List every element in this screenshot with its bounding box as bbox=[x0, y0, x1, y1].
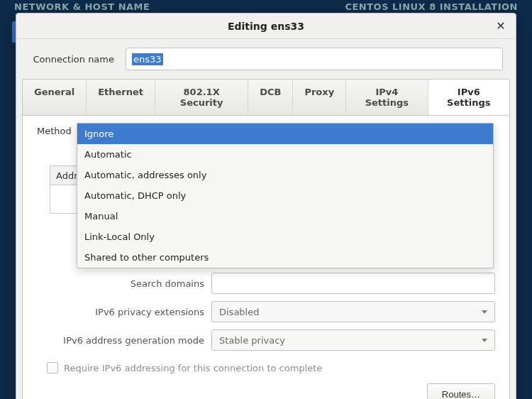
chevron-down-icon bbox=[482, 339, 487, 342]
method-option-automatic-addresses-only[interactable]: Automatic, addresses only bbox=[77, 165, 493, 185]
require-ipv6-label: Require IPv6 addressing for this connect… bbox=[64, 363, 322, 373]
search-domains-label: Search domains bbox=[37, 278, 204, 289]
method-dropdown-popup: Ignore Automatic Automatic, addresses on… bbox=[77, 123, 494, 268]
ipv6-fields: Search domains IPv6 privacy extensions D… bbox=[37, 273, 495, 399]
tab-general[interactable]: General bbox=[23, 80, 87, 115]
connection-name-value: ens33 bbox=[132, 53, 163, 65]
privacy-extensions-select[interactable]: Disabled bbox=[211, 301, 495, 322]
edit-connection-dialog: Editing ens33 ✕ Connection name ens33 Ge… bbox=[16, 13, 516, 399]
search-domains-row: Search domains bbox=[37, 273, 495, 294]
chevron-down-icon bbox=[482, 310, 487, 314]
require-ipv6-row: Require IPv6 addressing for this connect… bbox=[47, 362, 495, 373]
addrgen-mode-select[interactable]: Stable privacy bbox=[211, 329, 495, 351]
privacy-extensions-row: IPv6 privacy extensions Disabled bbox=[37, 301, 495, 322]
connection-name-row: Connection name ens33 bbox=[16, 39, 516, 79]
require-ipv6-checkbox[interactable] bbox=[47, 362, 58, 373]
connection-name-input[interactable]: ens33 bbox=[126, 48, 503, 70]
close-icon[interactable]: ✕ bbox=[493, 18, 509, 33]
method-option-automatic[interactable]: Automatic bbox=[77, 144, 493, 165]
dialog-title: Editing ens33 bbox=[228, 21, 304, 32]
tab-ethernet[interactable]: Ethernet bbox=[87, 80, 155, 115]
tab-dcb[interactable]: DCB bbox=[248, 80, 293, 115]
routes-button[interactable]: Routes… bbox=[427, 383, 495, 399]
addrgen-mode-value: Stable privacy bbox=[219, 335, 285, 346]
tabs: General Ethernet 802.1X Security DCB Pro… bbox=[22, 79, 510, 116]
method-option-manual[interactable]: Manual bbox=[77, 206, 493, 226]
method-option-automatic-dhcp-only[interactable]: Automatic, DHCP only bbox=[77, 185, 493, 206]
privacy-extensions-label: IPv6 privacy extensions bbox=[37, 307, 204, 317]
routes-row: Routes… bbox=[37, 383, 495, 399]
method-option-ignore[interactable]: Ignore bbox=[77, 124, 493, 144]
addrgen-mode-row: IPv6 address generation mode Stable priv… bbox=[37, 329, 495, 351]
method-label: Method bbox=[37, 126, 72, 136]
tab-proxy[interactable]: Proxy bbox=[293, 80, 346, 115]
dialog-titlebar: Editing ens33 ✕ bbox=[16, 13, 516, 39]
addrgen-mode-label: IPv6 address generation mode bbox=[37, 335, 204, 346]
tab-ipv6-settings[interactable]: IPv6 Settings bbox=[428, 80, 509, 116]
search-domains-input[interactable] bbox=[211, 273, 495, 294]
tab-ipv4-settings[interactable]: IPv4 Settings bbox=[346, 80, 428, 115]
ipv6-panel: Method Ignore Automatic Automatic, addre… bbox=[22, 116, 510, 399]
method-option-shared[interactable]: Shared to other computers bbox=[77, 247, 493, 268]
method-option-link-local-only[interactable]: Link-Local Only bbox=[77, 226, 493, 247]
tab-8021x-security[interactable]: 802.1X Security bbox=[155, 80, 248, 115]
connection-name-label: Connection name bbox=[22, 54, 114, 65]
privacy-extensions-value: Disabled bbox=[219, 307, 259, 317]
